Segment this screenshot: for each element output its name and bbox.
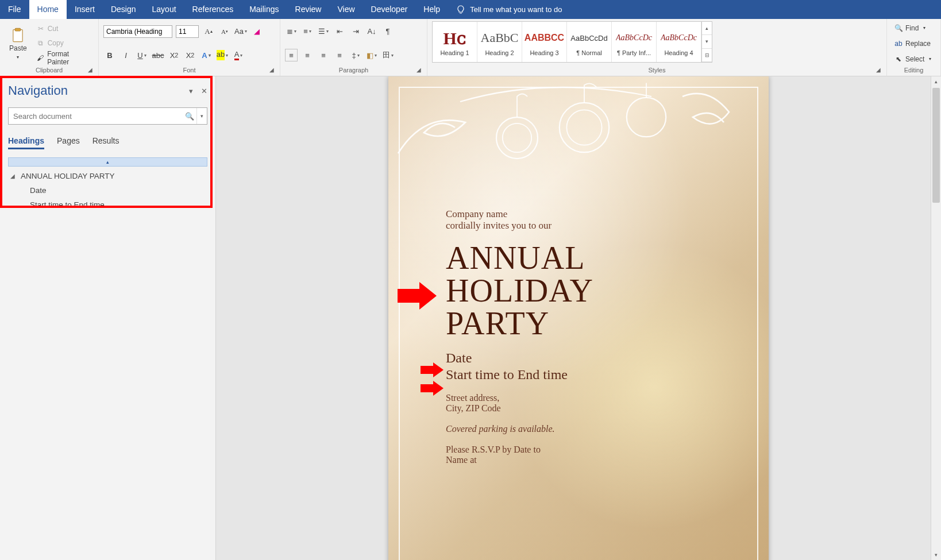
scroll-thumb[interactable]: [932, 88, 940, 203]
show-marks-button[interactable]: ¶: [381, 25, 394, 38]
nav-search[interactable]: 🔍 ▾: [8, 107, 207, 125]
styles-gallery[interactable]: HᴄHeading 1 AaBbCHeading 2 AABBCCHeading…: [432, 21, 712, 63]
svg-marker-9: [421, 362, 443, 377]
vertical-scrollbar[interactable]: ▴ ▾: [931, 76, 941, 560]
grow-font-button[interactable]: A▴: [202, 25, 215, 38]
style-heading-3[interactable]: AABBCCHeading 3: [522, 22, 567, 62]
align-right-button[interactable]: ≡: [317, 49, 330, 61]
copy-button[interactable]: ⧉Copy: [34, 37, 94, 49]
numbering-button[interactable]: ≡▾: [301, 25, 314, 38]
tab-mailings[interactable]: Mailings: [241, 0, 287, 19]
time-heading[interactable]: Start time to End time: [446, 367, 734, 383]
increase-indent-button[interactable]: ⇥: [349, 25, 362, 38]
font-size-combo[interactable]: [176, 25, 199, 38]
tab-view[interactable]: View: [329, 0, 362, 19]
svg-marker-10: [421, 381, 443, 396]
address-line-1[interactable]: Street address,: [446, 393, 734, 403]
bullets-button[interactable]: ≣▾: [285, 25, 298, 38]
flyer-title[interactable]: ANNUAL HOLIDAY PARTY: [446, 242, 734, 340]
styles-scroll[interactable]: ▴▾⊟: [701, 22, 712, 62]
cut-button[interactable]: ✂Cut: [34, 22, 94, 35]
tab-developer[interactable]: Developer: [363, 0, 416, 19]
nav-options-dropdown[interactable]: ▾: [189, 87, 193, 95]
underline-button[interactable]: U▾: [136, 49, 148, 61]
shrink-font-button[interactable]: A▾: [218, 25, 231, 38]
parking-line[interactable]: Covered parking is available.: [446, 424, 734, 434]
nav-collapse-bar[interactable]: ▴: [8, 157, 207, 167]
nav-tab-results[interactable]: Results: [92, 136, 119, 149]
invite-line[interactable]: cordially invites you to our: [446, 220, 734, 231]
tab-references[interactable]: References: [184, 0, 242, 19]
style-normal[interactable]: AaBbCcDd¶ Normal: [567, 22, 612, 62]
subscript-button[interactable]: X2: [168, 49, 180, 61]
font-color-button[interactable]: A▾: [232, 49, 245, 61]
page-content: Company name cordially invites you to ou…: [446, 208, 734, 465]
nav-close-button[interactable]: ✕: [201, 87, 207, 95]
highlight-button[interactable]: ab▾: [216, 49, 229, 61]
nav-tab-pages[interactable]: Pages: [57, 136, 80, 149]
rsvp-line-2[interactable]: Name at: [446, 455, 734, 465]
tab-home[interactable]: Home: [29, 0, 67, 19]
search-icon[interactable]: 🔍: [183, 112, 196, 121]
change-case-button[interactable]: Aa▾: [234, 25, 247, 38]
document-area[interactable]: Company name cordially invites you to ou…: [216, 76, 941, 560]
strikethrough-button[interactable]: abc: [152, 49, 164, 61]
select-button[interactable]: ⬉Select▾: [892, 53, 936, 65]
tab-layout[interactable]: Layout: [144, 0, 184, 19]
align-left-button[interactable]: ≡: [285, 49, 298, 61]
tell-me[interactable]: Tell me what you want to do: [448, 0, 562, 19]
bold-button[interactable]: B: [103, 49, 116, 61]
format-painter-button[interactable]: 🖌Format Painter: [34, 52, 94, 64]
nav-tab-headings[interactable]: Headings: [8, 136, 44, 149]
styles-more[interactable]: ⊟: [702, 49, 712, 62]
align-center-button[interactable]: ≡: [301, 49, 314, 61]
document-page[interactable]: Company name cordially invites you to ou…: [388, 76, 769, 560]
address-line-2[interactable]: City, ZIP Code: [446, 403, 734, 414]
superscript-button[interactable]: X2: [184, 49, 196, 61]
replace-button[interactable]: abReplace: [892, 37, 936, 50]
decrease-indent-button[interactable]: ⇤: [333, 25, 346, 38]
style-party-info[interactable]: AaBbCcDc¶ Party Inf...: [612, 22, 657, 62]
tab-design[interactable]: Design: [103, 0, 144, 19]
find-button[interactable]: 🔍Find▾: [892, 22, 936, 34]
clipboard-launcher[interactable]: ◢: [88, 67, 96, 75]
paste-button[interactable]: Paste▾: [5, 21, 32, 65]
nav-search-dropdown[interactable]: ▾: [196, 108, 207, 124]
navigation-pane: Navigation ▾ ✕ 🔍 ▾ Headings Pages Result…: [0, 76, 216, 560]
scroll-down-button[interactable]: ▾: [931, 550, 941, 560]
sort-button[interactable]: A↓: [365, 25, 378, 38]
style-heading-1[interactable]: HᴄHeading 1: [433, 22, 477, 62]
borders-button[interactable]: 田▾: [381, 49, 394, 61]
multilevel-button[interactable]: ☰▾: [317, 25, 330, 38]
style-heading-2[interactable]: AaBbCHeading 2: [477, 22, 522, 62]
tab-help[interactable]: Help: [415, 0, 448, 19]
style-heading-4[interactable]: AaBbCcDcHeading 4: [657, 22, 701, 62]
main-area: Navigation ▾ ✕ 🔍 ▾ Headings Pages Result…: [0, 76, 941, 560]
line-spacing-button[interactable]: ‡▾: [349, 49, 362, 61]
styles-up[interactable]: ▴: [702, 22, 712, 35]
italic-button[interactable]: I: [119, 49, 132, 61]
justify-button[interactable]: ≡: [333, 49, 346, 61]
company-name-line[interactable]: Company name: [446, 208, 734, 220]
styles-launcher[interactable]: ◢: [876, 67, 884, 75]
nav-node-date[interactable]: Date: [8, 183, 207, 198]
paragraph-launcher[interactable]: ◢: [416, 67, 425, 75]
scroll-up-button[interactable]: ▴: [931, 76, 941, 87]
shading-button[interactable]: ◧▾: [365, 49, 378, 61]
tab-file[interactable]: File: [0, 0, 29, 19]
group-label-clipboard: Clipboard: [5, 65, 94, 75]
group-paragraph: ≣▾ ≡▾ ☰▾ ⇤ ⇥ A↓ ¶ ≡ ≡ ≡ ≡ ‡▾ ◧▾ 田▾ Parag…: [280, 19, 427, 76]
font-launcher[interactable]: ◢: [269, 67, 277, 75]
group-styles: HᴄHeading 1 AaBbCHeading 2 AABBCCHeading…: [427, 19, 887, 76]
nav-node-time[interactable]: Start time to End time: [8, 198, 207, 212]
date-heading[interactable]: Date: [446, 350, 734, 366]
nav-node-root[interactable]: ◢ANNUAL HOLIDAY PARTY: [8, 169, 207, 183]
clear-formatting-button[interactable]: ◢: [250, 25, 263, 38]
tab-review[interactable]: Review: [287, 0, 330, 19]
tab-insert[interactable]: Insert: [67, 0, 103, 19]
rsvp-line-1[interactable]: Please R.S.V.P by Date to: [446, 445, 734, 455]
nav-search-input[interactable]: [9, 112, 183, 121]
font-name-combo[interactable]: [103, 25, 172, 38]
text-effects-button[interactable]: A▾: [200, 49, 213, 61]
styles-down[interactable]: ▾: [702, 35, 712, 48]
